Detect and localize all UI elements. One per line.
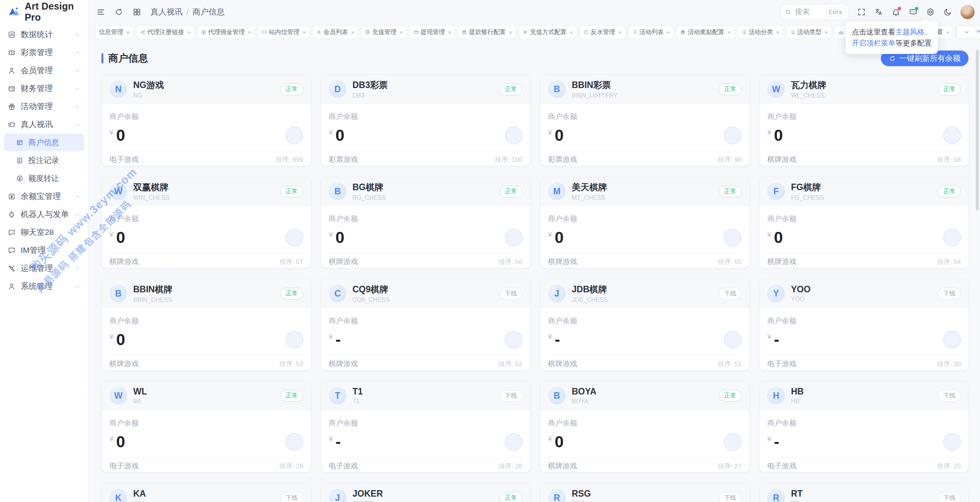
merchant-code: KA <box>133 500 146 502</box>
tab-member-list[interactable]: 会员列表× <box>312 25 358 39</box>
refresh-balance-button[interactable] <box>943 127 961 144</box>
message-dot <box>915 7 918 10</box>
yen-square-icon <box>8 192 16 200</box>
messages-button[interactable] <box>909 8 918 16</box>
refresh-balance-button[interactable] <box>505 127 523 144</box>
refresh-page-icon[interactable] <box>114 8 123 16</box>
tab-close-icon[interactable]: × <box>351 29 354 35</box>
sidebar-item-credit-transfer[interactable]: 额度转让 <box>4 170 84 187</box>
tab-close-icon[interactable]: × <box>570 29 573 35</box>
refresh-balance-button[interactable] <box>286 127 303 144</box>
refresh-balance-button[interactable] <box>724 127 742 144</box>
tab-close-icon[interactable]: × <box>248 29 252 35</box>
tab-withdraw-mgmt[interactable]: 提现管理× <box>410 25 456 39</box>
refresh-balance-button[interactable] <box>724 331 742 349</box>
tab-close-icon[interactable]: × <box>448 29 452 35</box>
sidebar-item-member-mgmt[interactable]: 会员管理 <box>4 62 84 79</box>
sidebar-item-chatroom-28[interactable]: 聊天室28 <box>4 223 84 241</box>
sidebar-item-yuebao-mgmt[interactable]: 余额宝管理 <box>4 187 84 205</box>
refresh-balance-button[interactable] <box>943 433 961 451</box>
tab-close-icon[interactable]: × <box>187 29 191 35</box>
translate-icon[interactable] <box>874 8 883 16</box>
tab-info-mgmt[interactable]: 信息管理× <box>95 25 134 39</box>
tab-close-icon[interactable]: × <box>400 29 403 35</box>
merchant-card-header: W瓦力棋牌WL_CHESS正常 <box>760 75 969 104</box>
merchant-card: BBOYABOYA正常商户余额¥0棋牌游戏排序: 27 <box>540 381 750 473</box>
tab-close-icon[interactable]: × <box>946 29 949 35</box>
sidebar-item-merchant-info[interactable]: 商户信息 <box>4 134 84 151</box>
merchant-name: DB3彩票 <box>353 79 388 91</box>
tab-agent-register-link[interactable]: 代理注册链接× <box>136 25 194 39</box>
dark-mode-icon[interactable] <box>943 8 952 16</box>
notifications-button[interactable] <box>892 8 900 16</box>
refresh-balance-button[interactable] <box>724 433 742 451</box>
sidebar-item-finance-mgmt[interactable]: 财务管理 <box>4 80 84 97</box>
tab-close-icon[interactable]: × <box>509 29 512 35</box>
refresh-balance-button[interactable] <box>505 433 523 451</box>
tab-activity-reward-config[interactable]: 活动奖励配置× <box>676 25 735 39</box>
tabs-dropdown-button[interactable] <box>956 26 977 39</box>
tab-recharge-mgmt[interactable]: 充值管理× <box>361 25 407 39</box>
merchant-name: KA <box>133 489 146 499</box>
currency-symbol: ¥ <box>329 332 333 341</box>
balance-label: 商户余额 <box>109 112 303 122</box>
tab-activity-type[interactable]: 活动类型× <box>786 25 832 39</box>
tab-agent-commission[interactable]: 代理佣金管理× <box>197 25 255 39</box>
tab-close-icon[interactable]: × <box>667 29 670 35</box>
tab-close-icon[interactable]: × <box>126 29 130 35</box>
sidebar-item-live-video[interactable]: 真人视讯 <box>4 116 84 133</box>
merchant-name: BBIN棋牌 <box>133 284 172 295</box>
status-badge: 下线 <box>938 288 961 300</box>
refresh-balance-button[interactable] <box>724 229 742 246</box>
quick-menu-icon[interactable] <box>132 8 141 16</box>
balance-value: 0 <box>116 434 125 450</box>
settings-icon[interactable] <box>926 8 935 16</box>
balance-label: 商户余额 <box>109 418 303 428</box>
refresh-balance-button[interactable] <box>505 331 523 349</box>
sidebar-item-system-mgmt[interactable]: 系统管理 <box>4 277 84 295</box>
fullscreen-icon[interactable] <box>857 8 866 16</box>
merchant-card-body: 商户余额¥0 <box>321 214 530 246</box>
sort-label: 排序: 90 <box>718 155 742 164</box>
refresh-balance-button[interactable] <box>943 229 961 246</box>
tab-activity-category[interactable]: 活动分类× <box>737 25 783 39</box>
sort-label: 排序: 52 <box>498 360 522 368</box>
merchant-card-header: BBBIN棋牌BBIN_CHESS正常 <box>102 279 311 308</box>
sidebar-item-activity-mgmt[interactable]: 活动管理 <box>4 98 84 115</box>
sidebar-item-lottery-mgmt[interactable]: 彩票管理 <box>4 44 84 61</box>
refresh-balance-button[interactable] <box>505 229 523 246</box>
tab-close-icon[interactable]: × <box>825 29 828 35</box>
sidebar-item-bet-records[interactable]: 投注记录 <box>4 152 84 169</box>
browser-icon <box>16 139 23 146</box>
merchant-identity: 双赢棋牌WIN_CHESS <box>133 181 170 201</box>
user-avatar[interactable] <box>960 5 975 19</box>
refresh-balance-button[interactable] <box>286 229 303 246</box>
refresh-balance-button[interactable] <box>943 331 961 349</box>
collapse-menu-icon[interactable] <box>96 8 105 16</box>
tab-close-icon[interactable]: × <box>618 29 622 35</box>
refresh-balance-button[interactable] <box>286 331 303 349</box>
theme-style-link[interactable]: 主题风格 <box>895 28 924 36</box>
tab-close-icon[interactable]: × <box>776 29 779 35</box>
tab-recharge-method-config[interactable]: 充值方式配置× <box>519 25 577 39</box>
search-input[interactable] <box>794 7 818 16</box>
chevron-down-icon <box>75 194 80 199</box>
sidebar-item-ops-mgmt[interactable]: 运维管理 <box>4 259 84 277</box>
scrollbar-thumb[interactable] <box>976 50 979 210</box>
refresh-balance-button[interactable] <box>286 433 303 451</box>
balance-value: - <box>555 332 560 348</box>
tools-icon <box>8 264 16 272</box>
top-menu-link[interactable]: 开启顶栏菜单 <box>852 39 895 47</box>
tab-close-icon[interactable]: × <box>727 29 731 35</box>
breadcrumb-section[interactable]: 真人视讯 <box>150 7 183 17</box>
tab-activity-list[interactable]: 活动列表× <box>628 25 674 39</box>
sidebar-item-data-stats[interactable]: 数据统计 <box>4 26 84 43</box>
tab-close-icon[interactable]: × <box>302 29 306 35</box>
tab-rebate-mgmt[interactable]: 反水管理× <box>580 25 626 39</box>
sidebar-item-im-mgmt[interactable]: IM管理 <box>4 241 84 259</box>
sidebar-item-robot-orders[interactable]: 机器人与发单 <box>4 205 84 223</box>
balance-label: 商户余额 <box>548 112 742 122</box>
tab-withdraw-bank-config[interactable]: 提款银行配置× <box>458 25 516 39</box>
search-box[interactable]: Ctrl k <box>781 4 849 20</box>
tab-site-message[interactable]: 站内信管理× <box>258 25 310 39</box>
